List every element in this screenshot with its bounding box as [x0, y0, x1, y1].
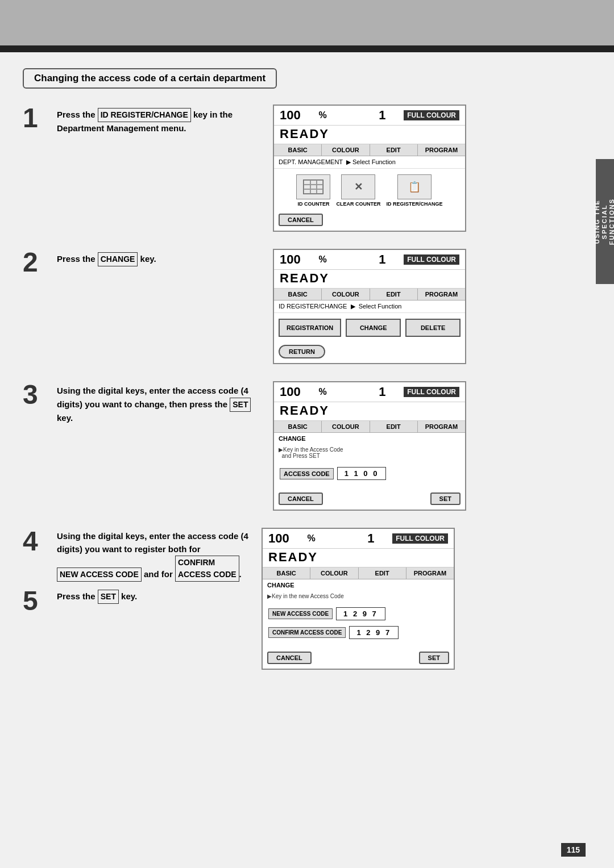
registration-btn[interactable]: REGISTRATION	[279, 319, 341, 337]
screen-2-tabs: BASIC COLOUR EDIT PROGRAM	[274, 289, 465, 301]
cancel-btn-1[interactable]: CANCEL	[279, 214, 323, 226]
screen-3: 100 % 1 FULL COLOUR READY BASIC COLOUR E…	[273, 381, 466, 511]
return-btn-2[interactable]: RETURN	[279, 345, 325, 358]
screen-45-percent: 100	[268, 531, 289, 546]
set-btn-45[interactable]: SET	[419, 652, 449, 664]
screen-3-breadcrumb: CHANGE	[274, 433, 465, 444]
screen-45-ready: READY	[263, 549, 454, 567]
access-code-label-3: ACCESS CODE	[280, 468, 334, 479]
tab-program-1[interactable]: PROGRAM	[418, 144, 465, 156]
screen-1: 100 % 1 FULL COLOUR READY BASIC COLOUR E…	[273, 105, 466, 232]
cancel-btn-3[interactable]: CANCEL	[279, 493, 323, 505]
right-sidebar: USING THESPECIALFUNCTIONS	[596, 159, 614, 284]
icon-id-register: 📋 ID REGISTER/CHANGE	[386, 174, 442, 207]
screen-45-confirm-code-row: CONFIRM ACCESS CODE 1 2 9 7	[268, 626, 448, 639]
screen-2-func-btns: REGISTRATION CHANGE DELETE	[274, 313, 465, 343]
screen-3-topbar: 100 % 1 FULL COLOUR	[274, 382, 465, 402]
step-5-key-label: SET	[98, 590, 119, 604]
tab-edit-45[interactable]: EDIT	[359, 567, 406, 579]
screen-2-ready: READY	[274, 270, 465, 289]
main-content: Changing the access code of a certain de…	[0, 52, 614, 692]
id-register-label: ID REGISTER/CHANGE	[386, 201, 442, 207]
dark-bar	[0, 45, 614, 52]
page: Changing the access code of a certain de…	[0, 0, 614, 868]
tab-colour-3[interactable]: COLOUR	[322, 421, 370, 432]
screen-1-breadcrumb: DEPT. MANAGEMENT ▶ Select Function	[274, 156, 465, 169]
step-3-row: 3 Using the digital keys, enter the acce…	[23, 381, 591, 511]
step-5-item: 5 Press the SET key.	[23, 587, 262, 615]
screen-3-code-row: ACCESS CODE 1 1 0 0	[280, 467, 459, 480]
screen-1-topbar: 100 % 1 FULL COLOUR	[274, 106, 465, 126]
step-5-text: Press the SET key.	[57, 587, 262, 615]
screen-3-hint: ▶Key in the Access Code and Press SET	[274, 444, 465, 459]
screen-1-num: 1	[379, 108, 385, 123]
screen-2-breadcrumb: ID REGISTER/CHANGE ▶ Select Function	[274, 301, 465, 313]
tab-basic-45[interactable]: BASIC	[263, 567, 310, 579]
tab-edit-1[interactable]: EDIT	[370, 144, 418, 156]
screen-45-breadcrumb: CHANGE	[263, 579, 454, 591]
step-3-key-label: SET	[230, 398, 251, 412]
tab-program-3[interactable]: PROGRAM	[418, 421, 465, 432]
screen-1-percent: 100	[280, 108, 301, 123]
step-2-key-label: CHANGE	[98, 252, 138, 266]
cancel-btn-45[interactable]: CANCEL	[267, 652, 312, 664]
screen-3-ready: READY	[274, 402, 465, 421]
top-banner	[0, 0, 614, 45]
step-1-key-label: ID REGISTER/CHANGE	[98, 108, 191, 122]
icon-clear-counter: ✕ CLEAR COUNTER	[336, 174, 380, 207]
step-3-text: Using the digital keys, enter the access…	[57, 381, 273, 424]
screen-2-colour: FULL COLOUR	[404, 254, 459, 265]
screen-1-cancel-row: CANCEL	[274, 211, 465, 231]
step-2-number: 2	[23, 249, 57, 276]
screen-2: 100 % 1 FULL COLOUR READY BASIC COLOUR E…	[273, 249, 466, 364]
section-heading: Changing the access code of a certain de…	[23, 68, 277, 89]
screen-45-new-code-row: NEW ACCESS CODE 1 2 9 7	[268, 607, 448, 620]
screen-2-topbar: 100 % 1 FULL COLOUR	[274, 250, 465, 270]
confirm-access-code-field-label: CONFIRM ACCESS CODE	[268, 627, 346, 638]
step-1-text: Press the ID REGISTER/CHANGE key in the …	[57, 105, 273, 135]
tab-colour-2[interactable]: COLOUR	[322, 289, 370, 300]
tab-basic-1[interactable]: BASIC	[274, 144, 322, 156]
screen-45-num: 1	[367, 531, 374, 546]
change-btn[interactable]: CHANGE	[346, 319, 401, 337]
step-5-number: 5	[23, 587, 57, 615]
step-4-item: 4 Using the digital keys, enter the acce…	[23, 528, 262, 582]
screen-3-btn-row: CANCEL SET	[274, 490, 465, 510]
id-counter-label: ID COUNTER	[297, 201, 329, 207]
new-access-code-label: NEW ACCESS CODE	[57, 567, 142, 582]
new-access-code-field-label: NEW ACCESS CODE	[268, 608, 333, 619]
screen-45-hint: ▶Key in the new Access Code	[263, 591, 454, 599]
id-counter-icon-img	[296, 174, 330, 199]
screen-45-tabs: BASIC COLOUR EDIT PROGRAM	[263, 567, 454, 579]
screen-1-colour: FULL COLOUR	[404, 110, 459, 120]
step-2-row: 2 Press the CHANGE key. 100 % 1 FULL COL…	[23, 249, 591, 364]
tab-program-45[interactable]: PROGRAM	[406, 567, 454, 579]
clear-counter-label: CLEAR COUNTER	[336, 201, 380, 207]
screen-45-btn-row: CANCEL SET	[263, 649, 454, 669]
clear-counter-icon-img: ✕	[341, 174, 375, 199]
step-4-text: Using the digital keys, enter the access…	[57, 528, 262, 582]
screen-45-topbar: 100 % 1 FULL COLOUR	[263, 529, 454, 549]
screen-1-ready: READY	[274, 126, 465, 144]
tab-basic-3[interactable]: BASIC	[274, 421, 322, 432]
step-1-row: 1 Press the ID REGISTER/CHANGE key in th…	[23, 105, 591, 232]
screen-3-access-code: ACCESS CODE 1 1 0 0	[274, 459, 465, 490]
new-access-code-value: 1 2 9 7	[336, 607, 385, 620]
confirm-access-code-label: CONFIRMACCESS CODE	[175, 556, 239, 582]
tab-basic-2[interactable]: BASIC	[274, 289, 322, 300]
screen-2-return-row: RETURN	[274, 343, 465, 363]
icon-id-counter: ID COUNTER	[296, 174, 330, 207]
screen-1-icons: ID COUNTER ✕ CLEAR COUNTER 📋 ID REGISTER…	[274, 169, 465, 211]
set-btn-3[interactable]: SET	[430, 493, 460, 505]
tab-edit-2[interactable]: EDIT	[370, 289, 418, 300]
screen-45-colour: FULL COLOUR	[392, 533, 448, 544]
delete-btn[interactable]: DELETE	[405, 319, 460, 337]
screen-3-tabs: BASIC COLOUR EDIT PROGRAM	[274, 421, 465, 433]
steps-45-left: 4 Using the digital keys, enter the acce…	[23, 528, 262, 620]
tab-program-2[interactable]: PROGRAM	[418, 289, 465, 300]
tab-edit-3[interactable]: EDIT	[370, 421, 418, 432]
tab-colour-1[interactable]: COLOUR	[322, 144, 370, 156]
step-3-number: 3	[23, 381, 57, 408]
screen-3-percent: 100	[280, 385, 301, 399]
tab-colour-45[interactable]: COLOUR	[310, 567, 358, 579]
